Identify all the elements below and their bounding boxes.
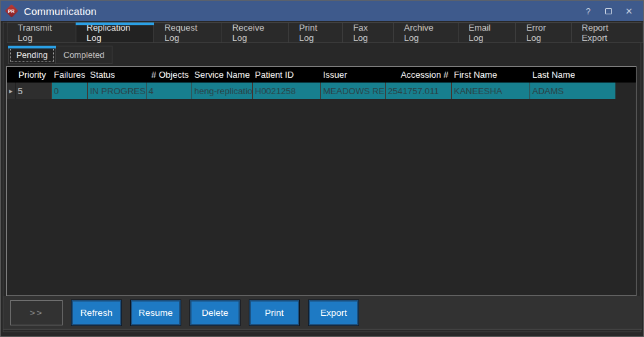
cell-accession[interactable]: 2541757.011 bbox=[385, 83, 451, 99]
cell-priority[interactable]: 5 bbox=[16, 83, 51, 99]
main-tab-bar: Transmit LogReplication LogRequest LogRe… bbox=[7, 23, 643, 43]
maximize-icon bbox=[605, 8, 612, 14]
subtab-completed[interactable]: Completed bbox=[56, 46, 112, 64]
app-icon-label: PR bbox=[8, 8, 15, 13]
grid-rows: ▶50IN PROGRESS4heng-replicatioH0021258ME… bbox=[7, 83, 636, 99]
cell-objects[interactable]: 4 bbox=[146, 83, 191, 99]
tab-error-log[interactable]: Error Log bbox=[516, 23, 571, 43]
grid-corner-cell bbox=[7, 67, 16, 83]
cell-issuer[interactable]: MEADOWS RE bbox=[320, 83, 385, 99]
cell-last-name[interactable]: ADAMS bbox=[530, 83, 615, 99]
column-header-accession[interactable]: Accession # bbox=[385, 67, 451, 83]
row-selector[interactable]: ▶ bbox=[7, 83, 16, 99]
column-header-issuer[interactable]: Issuer bbox=[320, 67, 385, 83]
cell-patient-id[interactable]: H0021258 bbox=[252, 83, 320, 99]
data-grid: PriorityFailuresStatus# ObjectsService N… bbox=[6, 66, 637, 296]
tab-email-log[interactable]: Email Log bbox=[459, 23, 517, 43]
close-button[interactable]: ✕ bbox=[619, 1, 639, 20]
column-header-first-name[interactable]: First Name bbox=[451, 67, 530, 83]
tab-receive-log[interactable]: Receive Log bbox=[222, 23, 289, 43]
tab-fax-log[interactable]: Fax Log bbox=[343, 23, 394, 43]
column-header-patient-id[interactable]: Patient ID bbox=[252, 67, 320, 83]
print-button[interactable]: Print bbox=[249, 300, 299, 325]
subtab-pending[interactable]: Pending bbox=[8, 46, 56, 64]
column-header-last-name[interactable]: Last Name bbox=[530, 67, 615, 83]
sub-tab-bar: PendingCompleted bbox=[8, 46, 112, 64]
grid-header-row: PriorityFailuresStatus# ObjectsService N… bbox=[7, 67, 636, 83]
app-icon: PR bbox=[5, 4, 18, 18]
cell-failures[interactable]: 0 bbox=[51, 83, 87, 99]
delete-button[interactable]: Delete bbox=[190, 300, 240, 325]
row-selector-arrow-icon: ▶ bbox=[9, 89, 12, 93]
column-header-objects[interactable]: # Objects bbox=[146, 67, 191, 83]
tab-request-log[interactable]: Request Log bbox=[154, 23, 221, 43]
tab-transmit-log[interactable]: Transmit Log bbox=[7, 23, 76, 43]
resume-button[interactable]: Resume bbox=[131, 300, 181, 325]
window-controls: ? ✕ bbox=[578, 1, 643, 20]
maximize-button[interactable] bbox=[598, 1, 619, 20]
column-header-failures[interactable]: Failures bbox=[51, 67, 87, 83]
tab-archive-log[interactable]: Archive Log bbox=[394, 23, 459, 43]
footer-button-panel: >>RefreshResumeDeletePrintExport bbox=[3, 296, 642, 329]
cell-status[interactable]: IN PROGRESS bbox=[87, 83, 146, 99]
communication-window: PR Communication ? ✕ Transmit LogReplica… bbox=[0, 0, 644, 337]
refresh-button[interactable]: Refresh bbox=[72, 300, 121, 325]
tab-print-log[interactable]: Print Log bbox=[289, 23, 343, 43]
title-bar: PR Communication ? ✕ bbox=[1, 1, 643, 21]
tab-report-export[interactable]: Report Export bbox=[572, 23, 643, 43]
help-button[interactable]: ? bbox=[578, 1, 598, 20]
table-row[interactable]: ▶50IN PROGRESS4heng-replicatioH0021258ME… bbox=[7, 83, 636, 99]
export-button[interactable]: Export bbox=[309, 300, 358, 325]
column-header-service-name[interactable]: Service Name bbox=[191, 67, 252, 83]
column-header-status[interactable]: Status bbox=[87, 67, 146, 83]
expand-button[interactable]: >> bbox=[10, 300, 63, 325]
window-title: Communication bbox=[24, 5, 97, 17]
column-header-priority[interactable]: Priority bbox=[16, 67, 51, 83]
tab-replication-log[interactable]: Replication Log bbox=[76, 23, 154, 43]
cell-first-name[interactable]: KANEESHA bbox=[451, 83, 530, 99]
cell-service-name[interactable]: heng-replicatio bbox=[191, 83, 252, 99]
